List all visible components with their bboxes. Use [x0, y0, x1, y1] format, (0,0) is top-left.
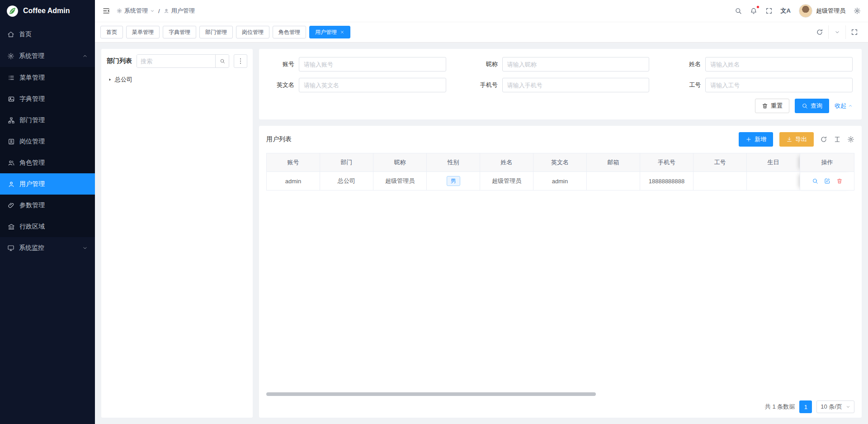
- download-icon: [786, 136, 793, 143]
- chevron-down-icon: [150, 9, 155, 13]
- add-user-button[interactable]: 新增: [739, 132, 773, 147]
- department-tree: 总公司: [107, 74, 247, 85]
- sidebar-item-user-mgmt[interactable]: 用户管理: [0, 173, 95, 195]
- col-header-birthday: 生日: [747, 153, 800, 172]
- refresh-icon: [820, 136, 827, 143]
- user-table: 账号 部门 昵称 性别 姓名 英文名 邮箱 手机号 工号 生日 操作: [266, 153, 854, 191]
- tabbar: 首页 菜单管理 字典管理 部门管理 岗位管理 角色管理 用户管理: [95, 22, 868, 43]
- language-switch-button[interactable]: 文A: [781, 7, 791, 15]
- org-chart-icon: [8, 117, 15, 124]
- notifications-button[interactable]: [750, 7, 757, 14]
- cell-actions: [800, 172, 854, 191]
- en-name-input[interactable]: [299, 78, 446, 92]
- add-button-label: 新增: [755, 135, 766, 143]
- pagination: 共 1 条数据 1 10 条/页: [266, 397, 854, 413]
- sidebar-item-menu-mgmt[interactable]: 菜单管理: [0, 67, 95, 88]
- app-logo[interactable]: Coffee Admin: [0, 0, 95, 22]
- field-label: 昵称: [472, 60, 498, 68]
- cell-gender: 男: [427, 172, 480, 191]
- tab-label: 用户管理: [315, 29, 337, 36]
- user-menu[interactable]: 超级管理员: [799, 4, 845, 18]
- tree-node-root[interactable]: 总公司: [107, 74, 247, 85]
- sidebar-item-dept-mgmt[interactable]: 部门管理: [0, 110, 95, 131]
- table-settings-button[interactable]: [847, 136, 854, 143]
- view-row-button[interactable]: [812, 178, 818, 184]
- global-search-button[interactable]: [735, 7, 742, 14]
- breadcrumb-system[interactable]: 系统管理: [117, 7, 155, 15]
- notification-dot: [756, 5, 760, 9]
- gear-icon: [7, 52, 14, 60]
- sidebar-item-param-mgmt[interactable]: 参数管理: [0, 195, 95, 216]
- sidebar-collapse-button[interactable]: [102, 7, 110, 15]
- sidebar-item-role-mgmt[interactable]: 角色管理: [0, 152, 95, 173]
- paperclip-icon: [8, 202, 15, 209]
- account-input[interactable]: [299, 57, 446, 71]
- sidebar-item-post-mgmt[interactable]: 岗位管理: [0, 131, 95, 152]
- nickname-input[interactable]: [502, 57, 650, 71]
- tab-label: 角色管理: [278, 29, 300, 36]
- table-empty-space: [266, 191, 854, 390]
- query-button[interactable]: 查询: [795, 99, 829, 113]
- sidebar-item-dict-mgmt[interactable]: 字典管理: [0, 88, 95, 110]
- work-no-input[interactable]: [705, 78, 853, 92]
- fullscreen-icon: [765, 7, 773, 14]
- cell-account: admin: [267, 172, 320, 191]
- gear-icon: [854, 7, 861, 14]
- search-icon: [735, 7, 742, 14]
- collapse-link-label: 收起: [835, 102, 846, 110]
- tab-role-mgmt[interactable]: 角色管理: [273, 26, 306, 38]
- tab-home[interactable]: 首页: [100, 26, 123, 38]
- tab-post-mgmt[interactable]: 岗位管理: [236, 26, 269, 38]
- table-title: 用户列表: [266, 135, 292, 143]
- sidebar-group-label: 系统管理: [19, 52, 44, 60]
- breadcrumb-user-mgmt[interactable]: 用户管理: [164, 7, 195, 15]
- department-search-button[interactable]: [215, 55, 229, 67]
- tab-menu-mgmt[interactable]: 菜单管理: [126, 26, 160, 38]
- sidebar-group-system[interactable]: 系统管理: [0, 45, 95, 67]
- breadcrumb-separator: /: [158, 8, 160, 14]
- page-size-select[interactable]: 10 条/页: [816, 400, 854, 413]
- name-input[interactable]: [705, 57, 853, 71]
- cell-birthday: [747, 172, 800, 191]
- tab-label: 菜单管理: [132, 29, 154, 36]
- tab-close-icon[interactable]: [340, 30, 344, 34]
- right-column: 账号 昵称 姓名 英文名: [259, 49, 862, 418]
- reset-button-label: 重置: [771, 102, 783, 110]
- page-1-button[interactable]: 1: [799, 400, 812, 413]
- collapse-filter-link[interactable]: 收起: [835, 102, 853, 110]
- phone-input[interactable]: [502, 78, 650, 92]
- row-height-button[interactable]: [834, 136, 841, 143]
- settings-button[interactable]: [854, 7, 861, 14]
- horizontal-scrollbar[interactable]: [266, 392, 596, 396]
- department-more-button[interactable]: [234, 54, 247, 68]
- export-button-label: 导出: [795, 135, 807, 143]
- delete-row-button[interactable]: [836, 178, 843, 184]
- department-search-input[interactable]: [137, 55, 215, 67]
- image-icon: [8, 95, 15, 103]
- id-badge-icon: [8, 138, 15, 145]
- export-button[interactable]: 导出: [779, 132, 814, 147]
- tab-dict-mgmt[interactable]: 字典管理: [163, 26, 196, 38]
- fullscreen-button[interactable]: [765, 7, 773, 14]
- sidebar-item-region[interactable]: 行政区域: [0, 216, 95, 237]
- reset-button[interactable]: 重置: [755, 99, 789, 113]
- field-label: 账号: [268, 60, 294, 68]
- tab-user-mgmt[interactable]: 用户管理: [309, 26, 350, 38]
- table-row[interactable]: admin 总公司 超级管理员 男 超级管理员 admin 1888888888…: [267, 172, 854, 191]
- caret-right-icon[interactable]: [108, 77, 112, 82]
- content-fullscreen-button[interactable]: [845, 25, 863, 39]
- sidebar-item-label: 菜单管理: [19, 74, 45, 82]
- field-label: 手机号: [472, 81, 498, 89]
- cell-work-no: [693, 172, 747, 191]
- edit-row-button[interactable]: [824, 178, 830, 184]
- tab-refresh-button[interactable]: [811, 25, 828, 39]
- field-label: 工号: [675, 81, 701, 89]
- query-button-label: 查询: [811, 102, 822, 110]
- tab-actions-dropdown[interactable]: [828, 25, 845, 39]
- sidebar-group-monitor[interactable]: 系统监控: [0, 237, 95, 259]
- breadcrumb: 系统管理 / 用户管理: [117, 7, 195, 15]
- table-refresh-button[interactable]: [820, 136, 827, 143]
- tab-dept-mgmt[interactable]: 部门管理: [199, 26, 233, 38]
- user-table-card: 用户列表 新增 导出: [259, 126, 862, 418]
- sidebar-item-home[interactable]: 首页: [0, 24, 95, 45]
